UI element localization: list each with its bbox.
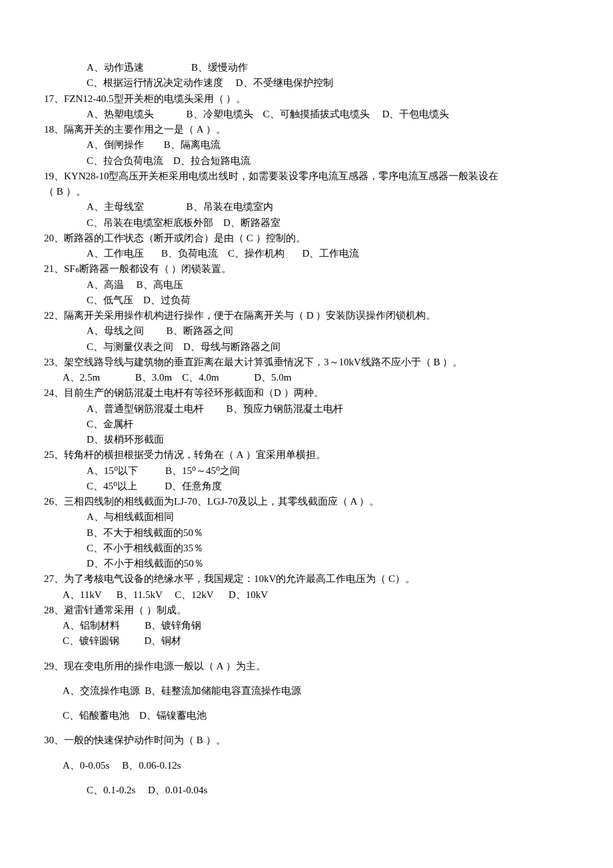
q20-options: A、工作电压 B、负荷电流 C、操作机构 D、工作电流 bbox=[87, 246, 577, 261]
q17-optB: B、冷塑电缆头 bbox=[187, 109, 253, 119]
q18-optD: D、拉合短路电流 bbox=[173, 155, 251, 166]
q22-optD: D、母线与断路器之间 bbox=[183, 341, 281, 352]
q20-optC: C、操作机构 bbox=[228, 248, 285, 259]
q27-options: A、11kV B、11.5kV C、12kV D、10kV bbox=[63, 587, 577, 603]
q18-optB: B、隔离电流 bbox=[164, 139, 221, 150]
q21-options-row1: A、高温 B、高电压 bbox=[87, 277, 577, 293]
q26-optB: B、不大于相线截面的50％ bbox=[87, 525, 577, 541]
q28-optC: C、镀锌圆钢 bbox=[63, 635, 119, 646]
q30-optC: C、0.1-0.2s bbox=[87, 785, 135, 795]
q24-optB: B、预应力钢筋混凝土电杆 bbox=[227, 403, 343, 414]
q26-optC: C、不小于相线截面的35％ bbox=[87, 541, 577, 556]
q30-optA: A、0-0.05s bbox=[63, 760, 109, 771]
q25-optC: C、45⁰以上 bbox=[87, 481, 137, 491]
q20-stem: 20、断路器的工作状态（断开或闭合）是由（ C ）控制的。 bbox=[44, 231, 577, 246]
q23-stem: 23、架空线路导线与建筑物的垂直距离在最大计算弧垂情况下，3～10kV线路不应小… bbox=[44, 355, 577, 370]
q28-options-row1: A、铝制材料 B、镀锌角钢 bbox=[63, 618, 577, 633]
q25-optA: A、15⁰以下 bbox=[87, 465, 138, 476]
q24-stem: 24、目前生产的钢筋混凝土电杆有等径环形截面和（D ）两种。 bbox=[44, 385, 577, 401]
q23-options: A、2.5m B、3.0m C、4.0m D、5.0m bbox=[63, 370, 577, 385]
q23-optC: C、4.0m bbox=[182, 372, 219, 383]
q27-optB: B、11.5kV bbox=[117, 589, 163, 600]
q25-options-row1: A、15⁰以下 B、15⁰～45⁰之间 bbox=[87, 463, 577, 479]
q26-optA: A、与相线截面相同 bbox=[87, 509, 577, 525]
q24-options-row1: A、普通型钢筋混凝土电杆 B、预应力钢筋混凝土电杆 bbox=[87, 401, 577, 417]
q19-options-row2: C、吊装在电缆室柜底板外部 D、断路器室 bbox=[87, 215, 577, 231]
q23-optB: B、3.0m bbox=[135, 372, 172, 383]
q22-stem: 22、隔离开关采用操作机构进行操作，便于在隔离开关与（ D ）安装防误操作闭锁机… bbox=[44, 308, 577, 323]
q27-optC: C、12kV bbox=[175, 589, 213, 600]
q21-optB: B、高电压 bbox=[137, 279, 183, 290]
q18-options-row2: C、拉合负荷电流 D、拉合短路电流 bbox=[87, 153, 577, 169]
q19-optD: D、断路器室 bbox=[223, 217, 281, 228]
q29-optA: A、交流操作电源 bbox=[63, 685, 140, 696]
q28-stem: 28、避雷针通常采用（ ）制成。 bbox=[44, 603, 577, 618]
q17-stem: 17、FZN12-40.5型开关柜的电缆头采用（ ）。 bbox=[44, 91, 577, 107]
q23-optD: D、5.0m bbox=[254, 372, 291, 383]
q22-optC: C、与测量仪表之间 bbox=[87, 341, 173, 352]
q21-optA: A、高温 bbox=[87, 279, 124, 290]
q19-optB: B、吊装在电缆室内 bbox=[187, 201, 273, 212]
document-page: A、动作迅速 B、缓慢动作 C、根据运行情况决定动作速度 D、不受继电保护控制 … bbox=[0, 0, 613, 838]
q25-stem: 25、转角杆的横担根据受力情况，转角在（ A ）宜采用单横担。 bbox=[44, 447, 577, 463]
q23-optA: A、2.5m bbox=[63, 372, 100, 383]
q19-optC: C、吊装在电缆室柜底板外部 bbox=[87, 217, 213, 228]
q17-optA: A、热塑电缆头 bbox=[87, 109, 154, 119]
q28-options-row2: C、镀锌圆钢 D、铜材 bbox=[63, 633, 577, 649]
q22-options-row2: C、与测量仪表之间 D、母线与断路器之间 bbox=[87, 339, 577, 355]
q30-optD: D、0.01-0.04s bbox=[148, 785, 207, 795]
q20-optA: A、工作电压 bbox=[87, 248, 144, 259]
q16-options-row2: C、根据运行情况决定动作速度 D、不受继电保护控制 bbox=[87, 75, 577, 91]
q21-options-row2: C、低气压 D、过负荷 bbox=[87, 293, 577, 308]
q27-optA: A、11kV bbox=[63, 589, 101, 600]
q24-optC: C、金属杆 bbox=[87, 417, 577, 432]
q18-stem: 18、隔离开关的主要作用之一是（ A ）。 bbox=[44, 122, 577, 137]
q29-optD: D、镉镍蓄电池 bbox=[139, 710, 207, 721]
q18-optC: C、拉合负荷电流 bbox=[87, 155, 163, 166]
q17-optC: C、可触摸插拔式电缆头 bbox=[263, 109, 370, 119]
q28-optA: A、铝制材料 bbox=[63, 620, 120, 631]
q25-options-row2: C、45⁰以上 D、任意角度 bbox=[87, 479, 577, 494]
q19-stem2: （ B ）。 bbox=[44, 184, 577, 199]
q16-options-row1: A、动作迅速 B、缓慢动作 bbox=[87, 60, 577, 75]
q25-optB: B、15⁰～45⁰之间 bbox=[165, 465, 240, 476]
q29-stem: 29、现在变电所用的操作电源一般以（ A ）为主。 bbox=[44, 659, 577, 674]
q17-optD: D、干包电缆头 bbox=[382, 109, 449, 119]
q30-stem: 30、一般的快速保护动作时间为（ B ）。 bbox=[44, 733, 577, 748]
q27-optD: D、10kV bbox=[229, 589, 268, 600]
q29-optC: C、铅酸蓄电池 bbox=[63, 710, 129, 721]
q18-optA: A、倒闸操作 bbox=[87, 139, 144, 150]
q29-options-row2: C、铅酸蓄电池 D、镉镍蓄电池 bbox=[63, 708, 577, 723]
q21-optD: D、过负荷 bbox=[143, 295, 191, 305]
q20-optB: B、负荷电流 bbox=[161, 248, 218, 259]
q30-options-row1: A、0-0.05s B、0.06-0.12s bbox=[63, 758, 577, 773]
q30-options-row2: C、0.1-0.2s D、0.01-0.04s bbox=[87, 783, 577, 798]
q24-optD: D、拔梢环形截面 bbox=[87, 432, 577, 447]
q16-optB: B、缓慢动作 bbox=[191, 62, 248, 73]
q26-stem: 26、三相四线制的相线截面为LJ-70、LGJ-70及以上，其零线截面应（ A … bbox=[44, 494, 577, 509]
q29-options-row1: A、交流操作电源 B、硅整流加储能电容直流操作电源 bbox=[63, 683, 577, 699]
q30-optB: B、0.06-0.12s bbox=[122, 760, 181, 771]
q24-optA: A、普通型钢筋混凝土电杆 bbox=[87, 403, 204, 414]
q22-options-row1: A、母线之间 B、断路器之间 bbox=[87, 323, 577, 339]
q19-stem1: 19、KYN28-10型高压开关柜采用电缆出线时，如需要装设零序电流互感器，零序… bbox=[44, 169, 577, 184]
q22-optA: A、母线之间 bbox=[87, 325, 144, 336]
q19-optA: A、主母线室 bbox=[87, 201, 144, 212]
q18-options-row1: A、倒闸操作 B、隔离电流 bbox=[87, 137, 577, 153]
q29-optB: B、硅整流加储能电容直流操作电源 bbox=[145, 685, 301, 696]
q26-optD: D、不小于相线截面的50％ bbox=[87, 556, 577, 571]
q16-optD: D、不受继电保护控制 bbox=[236, 77, 333, 88]
q17-options: A、热塑电缆头 B、冷塑电缆头 C、可触摸插拔式电缆头 D、干包电缆头 bbox=[87, 107, 577, 122]
q27-stem: 27、为了考核电气设备的绝缘水平，我国规定：10kV的允许最高工作电压为（ C）… bbox=[44, 571, 577, 587]
q20-optD: D、工作电流 bbox=[302, 248, 359, 259]
q21-optC: C、低气压 bbox=[87, 295, 133, 305]
q16-optA: A、动作迅速 bbox=[87, 62, 144, 73]
q16-optC: C、根据运行情况决定动作速度 bbox=[87, 77, 223, 88]
q28-optB: B、镀锌角钢 bbox=[145, 620, 201, 631]
q28-optD: D、铜材 bbox=[145, 635, 182, 646]
q21-stem: 21、SF₆断路器一般都设有（ ）闭锁装置。 bbox=[44, 261, 577, 277]
q25-optD: D、任意角度 bbox=[165, 481, 222, 491]
q22-optB: B、断路器之间 bbox=[167, 325, 233, 336]
q19-options-row1: A、主母线室 B、吊装在电缆室内 bbox=[87, 199, 577, 215]
